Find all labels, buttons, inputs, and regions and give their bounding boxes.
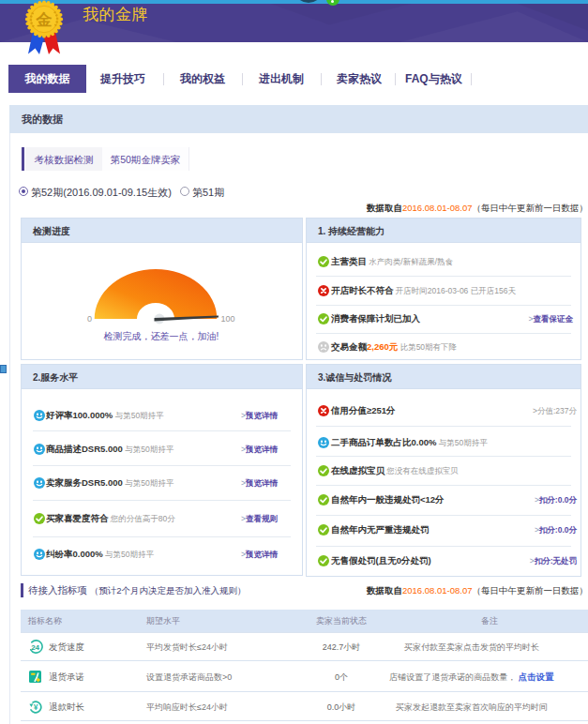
svg-text:0: 0	[87, 314, 92, 324]
svg-text:24: 24	[31, 643, 39, 652]
svg-text:金: 金	[36, 11, 53, 29]
svg-text:100: 100	[221, 314, 235, 324]
svg-text:检测完成，还差一点，加油!: 检测完成，还差一点，加油!	[104, 331, 219, 341]
svg-text:¥: ¥	[34, 702, 38, 712]
